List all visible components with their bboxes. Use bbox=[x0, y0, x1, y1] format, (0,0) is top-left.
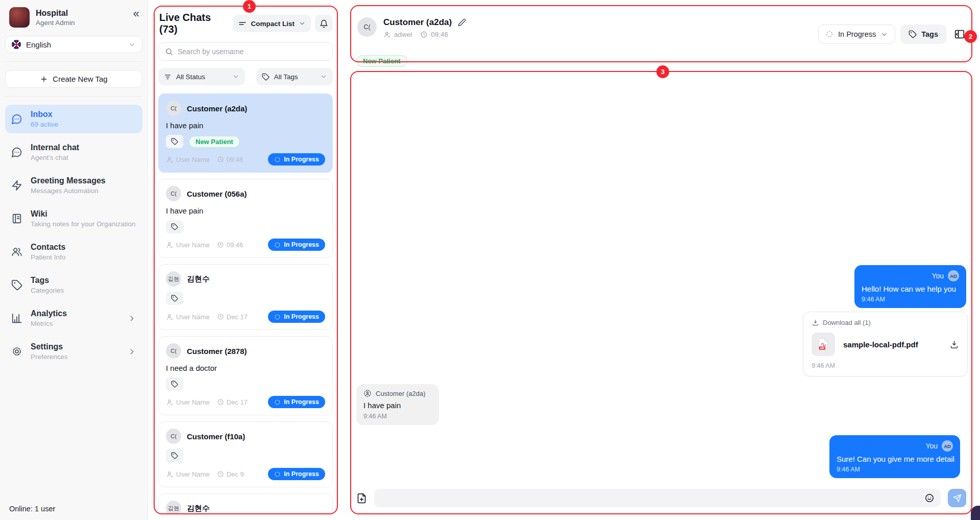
clock-icon bbox=[217, 470, 224, 478]
chat-card-preview: I need a doctor bbox=[166, 364, 325, 372]
download-icon bbox=[812, 319, 819, 326]
tag-badge: New Patient bbox=[189, 136, 240, 148]
spinner-icon bbox=[274, 242, 281, 248]
chat-card[interactable]: 김현 김현수 bbox=[158, 493, 333, 514]
attach-file-button[interactable] bbox=[356, 493, 367, 504]
chat-time: 09:46 bbox=[227, 156, 243, 163]
download-all-link[interactable]: Download all (1) bbox=[812, 319, 959, 326]
sidebar-item-settings[interactable]: Settings Preferences bbox=[5, 337, 142, 366]
avatar: C( bbox=[166, 186, 181, 201]
tag-badge: New Patient bbox=[356, 55, 407, 67]
status-dropdown-label: In Progress bbox=[838, 30, 876, 38]
chat-card-preview: I have pain bbox=[166, 121, 325, 130]
pdf-file-icon: pdf bbox=[812, 333, 835, 356]
language-select[interactable]: English bbox=[5, 36, 142, 53]
user-icon bbox=[166, 470, 174, 478]
create-new-tag-button[interactable]: Create New Tag bbox=[5, 70, 142, 88]
nav-sublabel: Messages Automation bbox=[31, 187, 136, 195]
avatar: AD bbox=[942, 440, 953, 452]
status-badge[interactable]: In Progress bbox=[268, 311, 325, 323]
chat-bubble-icon bbox=[11, 113, 22, 125]
spinner-icon bbox=[274, 471, 281, 478]
toggle-side-panel-button[interactable] bbox=[954, 29, 965, 40]
divider bbox=[5, 61, 142, 62]
avatar: C( bbox=[166, 343, 181, 359]
sidebar-item-contacts[interactable]: Contacts Patient Info bbox=[5, 238, 142, 266]
chat-card[interactable]: C( Customer (a2da) I have pain New Patie… bbox=[158, 93, 333, 173]
user-icon bbox=[383, 31, 391, 38]
chat-card[interactable]: C( Customer (f10a) User Name Dec 9 In Pr… bbox=[158, 421, 333, 487]
download-icon bbox=[949, 340, 959, 349]
assigned-agent: adwel bbox=[394, 31, 412, 38]
sidebar-item-tags[interactable]: Tags Categories bbox=[5, 271, 142, 299]
send-button[interactable] bbox=[948, 489, 966, 507]
nav-label: Internal chat bbox=[31, 143, 136, 152]
status-badge[interactable]: In Progress bbox=[268, 396, 325, 408]
file-attachment-card: Download all (1) pdf sample-local-pdf.pd… bbox=[803, 312, 968, 376]
chat-card[interactable]: 김현 김현수 User Name Dec 17 In Progress bbox=[158, 264, 333, 330]
notifications-button[interactable] bbox=[315, 15, 333, 32]
chat-card-name: 김현수 bbox=[187, 274, 210, 284]
nav-label: Settings bbox=[31, 342, 119, 351]
sidebar-item-wiki[interactable]: Wiki Taking notes for your Organization bbox=[5, 204, 142, 233]
message-time: 9:46 AM bbox=[812, 362, 959, 369]
view-mode-dropdown[interactable]: Compact List bbox=[233, 15, 311, 32]
bolt-icon bbox=[11, 180, 22, 191]
tags-button[interactable]: Tags bbox=[900, 25, 946, 44]
nav-sublabel: Patient Info bbox=[31, 253, 136, 261]
divider bbox=[5, 96, 142, 97]
message-time: 9:46 AM bbox=[363, 413, 432, 420]
add-tag-button[interactable] bbox=[166, 135, 183, 148]
add-tag-button[interactable] bbox=[166, 449, 183, 462]
sidebar-item-analytics[interactable]: Analytics Metrics bbox=[5, 304, 142, 333]
message-input[interactable] bbox=[380, 494, 924, 502]
chat-time: Dec 17 bbox=[227, 313, 248, 321]
search-input[interactable] bbox=[178, 48, 326, 56]
user-icon bbox=[166, 313, 174, 321]
chat-card-name: Customer (a2da) bbox=[187, 104, 247, 113]
nav-sublabel: Preferences bbox=[31, 353, 119, 361]
clock-icon bbox=[420, 31, 428, 38]
avatar: C( bbox=[166, 429, 181, 444]
sidebar-item-greeting-messages[interactable]: Greeting Messages Messages Automation bbox=[5, 171, 142, 200]
language-label: English bbox=[26, 40, 123, 49]
status-filter-dropdown[interactable]: All Status bbox=[158, 68, 245, 85]
download-file-button[interactable] bbox=[949, 340, 959, 349]
status-dropdown[interactable]: In Progress bbox=[818, 25, 895, 44]
customer-message: Customer (a2da) I have pain 9:46 AM bbox=[356, 384, 439, 425]
sidebar-item-inbox[interactable]: Inbox 69 active bbox=[5, 105, 142, 133]
tag-icon bbox=[171, 452, 178, 459]
chevron-down-icon bbox=[880, 31, 888, 38]
file-name: sample-local-pdf.pdf bbox=[843, 340, 941, 349]
tags-filter-dropdown[interactable]: All Tags bbox=[256, 68, 333, 85]
nav-label: Wiki bbox=[31, 209, 136, 219]
agent-name: User Name bbox=[176, 156, 210, 163]
chat-card[interactable]: C( Customer (2878) I need a doctor User … bbox=[158, 336, 333, 415]
edit-pencil-icon[interactable] bbox=[458, 18, 466, 27]
search-icon bbox=[165, 48, 173, 56]
tag-icon bbox=[171, 381, 178, 388]
status-badge[interactable]: In Progress bbox=[268, 239, 325, 251]
add-tag-button[interactable] bbox=[166, 220, 183, 233]
message-sender: Customer (a2da) bbox=[376, 390, 426, 397]
clock-icon bbox=[217, 241, 224, 248]
user-icon bbox=[166, 156, 174, 163]
chevron-down-icon bbox=[232, 73, 239, 80]
add-tag-button[interactable] bbox=[166, 377, 183, 391]
add-tag-button[interactable] bbox=[166, 292, 183, 305]
status-badge[interactable]: In Progress bbox=[268, 153, 325, 166]
status-badge[interactable]: In Progress bbox=[268, 468, 325, 480]
chat-widget-corner[interactable] bbox=[971, 506, 980, 520]
agent-name: User Name bbox=[176, 241, 210, 249]
online-status: Online: 1 user bbox=[9, 505, 55, 513]
message-text: Sure! Can you give me more detail bbox=[837, 455, 953, 463]
message-text: Hello! How can we help you bbox=[862, 285, 959, 293]
chat-card[interactable]: C( Customer (056a) I have pain User Name… bbox=[158, 179, 333, 258]
sidebar-collapse-icon[interactable]: « bbox=[133, 8, 139, 19]
tag-icon bbox=[171, 138, 178, 145]
sidebar-item-internal-chat[interactable]: Internal chat Agent's chat bbox=[5, 138, 142, 167]
tags-button-label: Tags bbox=[921, 30, 938, 38]
emoji-picker-button[interactable] bbox=[924, 493, 935, 503]
org-logo bbox=[9, 7, 30, 28]
chat-card-name: 김현수 bbox=[187, 504, 210, 513]
